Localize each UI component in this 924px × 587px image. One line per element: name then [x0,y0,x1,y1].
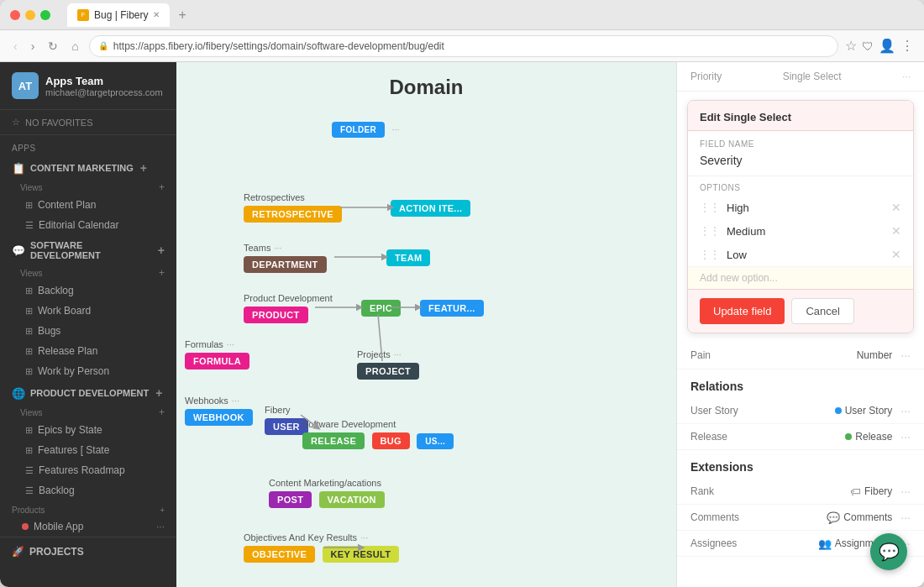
project-badge: PROJECT [357,363,419,380]
forward-button[interactable]: › [28,38,39,55]
epics-by-state-label: Epics by State [38,424,102,436]
release-more-icon[interactable]: ··· [900,430,911,443]
chat-button[interactable]: 💬 [870,533,907,570]
product-item-mobile-app[interactable]: Mobile App ··· [0,516,176,537]
arrows-svg [176,113,676,587]
content-marketing-views-label: Views + [0,180,176,195]
workspace-header[interactable]: AT Apps Team michael@targetprocess.com [0,62,176,110]
back-button[interactable]: ‹ [10,38,21,55]
backlog-icon: ⊞ [25,286,33,296]
sidebar-item-content-plan[interactable]: ⊞ Content Plan [0,195,176,215]
release-plan-label: Release Plan [38,345,97,357]
account-icon[interactable]: 👤 [879,38,895,54]
new-tab-button[interactable]: + [173,8,191,23]
sidebar-item-work-board[interactable]: ⊞ Work Board [0,301,176,321]
mobile-app-more-icon[interactable]: ··· [156,521,165,532]
option-delete-low[interactable]: ✕ [891,248,901,261]
rank-more-icon[interactable]: ··· [900,485,911,498]
sidebar-item-backlog2[interactable]: ☰ Backlog [0,480,176,501]
workspace-email: michael@targetprocess.com [45,87,163,97]
products-add-icon[interactable]: + [160,506,165,515]
app-container: AT Apps Team michael@targetprocess.com ☆… [0,62,924,587]
feature-badge: FEATUR... [420,300,484,317]
content-marketing-views-add[interactable]: + [159,181,165,193]
sidebar-item-software-development[interactable]: 💬 SOFTWARE DEVELOPMENT + [0,235,176,265]
content-marketing-add-icon[interactable]: + [140,161,147,175]
product-dev-add-icon[interactable]: + [155,386,162,400]
sidebar-item-projects[interactable]: 🚀 PROJECTS [0,537,176,566]
sidebar-item-backlog[interactable]: ⊞ Backlog [0,280,176,301]
close-button[interactable] [10,10,20,20]
sidebar-item-features-roadmap[interactable]: ☰ Features Roadmap [0,460,176,480]
epics-by-state-icon: ⊞ [25,425,33,436]
sidebar-item-epics-by-state[interactable]: ⊞ Epics by State [0,420,176,440]
domain-diagram: FOLDER ··· Retrospectives RETROSPECTIVE … [176,113,676,587]
features-by-state-icon: ⊞ [25,445,33,456]
option-drag-medium[interactable]: ⋮⋮ [700,225,720,237]
software-dev-views-add[interactable]: + [159,267,165,279]
cancel-button[interactable]: Cancel [791,298,853,324]
node-team: TEAM [386,249,430,265]
tab-favicon: F [77,9,89,21]
priority-more-icon[interactable]: ··· [902,71,911,82]
tab-title: Bug | Fibery [94,9,148,21]
product-dev-views-add[interactable]: + [159,406,165,418]
software-dev-label: SOFTWARE DEVELOPMENT [30,240,151,260]
sidebar-item-release-plan[interactable]: ⊞ Release Plan [0,341,176,361]
option-delete-high[interactable]: ✕ [891,201,901,214]
release-plan-icon: ⊞ [25,346,33,357]
comments-more-icon[interactable]: ··· [900,511,911,524]
minimize-button[interactable] [25,10,35,20]
backlog2-icon: ☰ [25,485,34,496]
sidebar-item-product-development[interactable]: 🌐 PRODUCT DEVELOPMENT + [0,381,176,405]
option-delete-medium[interactable]: ✕ [891,224,901,238]
sidebar-item-bugs[interactable]: ⊞ Bugs [0,321,176,341]
bugs-icon: ⊞ [25,326,33,337]
browser-titlebar: F Bug | Fibery ✕ + [0,0,924,30]
extension-icon[interactable]: 🛡 [862,39,874,53]
node-webhooks: Webhooks ··· WEBHOOK [185,396,253,424]
work-by-person-label: Work by Person [38,365,109,377]
extensions-section-title: Extensions [677,450,924,479]
panel-top-row: Priority Single Select ··· [677,62,924,92]
field-name-value[interactable]: Severity [688,154,913,176]
option-label-high: High [727,202,885,214]
maximize-button[interactable] [40,10,50,20]
comments-ext-label: Comments [690,511,739,523]
user-story-more-icon[interactable]: ··· [900,404,911,417]
projects-label: PROJECTS [29,546,84,558]
sidebar-item-work-by-person[interactable]: ⊞ Work by Person [0,361,176,381]
update-field-button[interactable]: Update field [700,298,785,324]
field-name-section-label: FIELD NAME [688,131,913,150]
post-badge: POST [269,491,312,508]
webhook-badge: WEBHOOK [185,409,253,426]
rank-ext-text: Fibery [864,485,892,497]
option-drag-low[interactable]: ⋮⋮ [700,249,720,260]
node-product-development: Product Development PRODUCT [244,293,333,322]
bugs-label: Bugs [38,325,60,337]
sidebar-item-content-marketing[interactable]: 📋 CONTENT MARKETING + [0,156,176,180]
home-button[interactable]: ⌂ [68,38,81,55]
tab-close-button[interactable]: ✕ [153,10,160,19]
active-tab[interactable]: F Bug | Fibery ✕ [67,3,170,27]
address-bar[interactable]: 🔒 https://apps.fibery.io/fibery/settings… [89,35,838,57]
refresh-button[interactable]: ↻ [45,38,61,55]
sidebar-item-features-by-state[interactable]: ⊞ Features [ State [0,440,176,460]
software-dev-add-icon[interactable]: + [158,244,165,257]
sidebar-item-editorial-calendar[interactable]: ☰ Editorial Calendar [0,215,176,235]
features-roadmap-label: Features Roadmap [39,464,125,476]
objective-badge: OBJECTIVE [244,546,315,563]
option-drag-high[interactable]: ⋮⋮ [700,202,720,213]
add-option-row[interactable]: Add new option... [688,266,913,289]
relations-section-title: Relations [677,369,924,398]
pain-more-icon[interactable]: ··· [900,349,911,362]
chat-icon: 💬 [879,542,900,562]
star-icon[interactable]: ☆ [845,38,857,54]
menu-icon[interactable]: ⋮ [900,38,914,54]
vacation-badge: VACATION [319,491,385,508]
domain-title: Domain [176,62,676,106]
work-board-icon: ⊞ [25,306,33,317]
browser-actions: ☆ 🛡 👤 ⋮ [845,38,914,54]
release-value: Release [855,431,892,443]
node-software-development: Software Development RELEASE BUG US... [302,419,454,448]
